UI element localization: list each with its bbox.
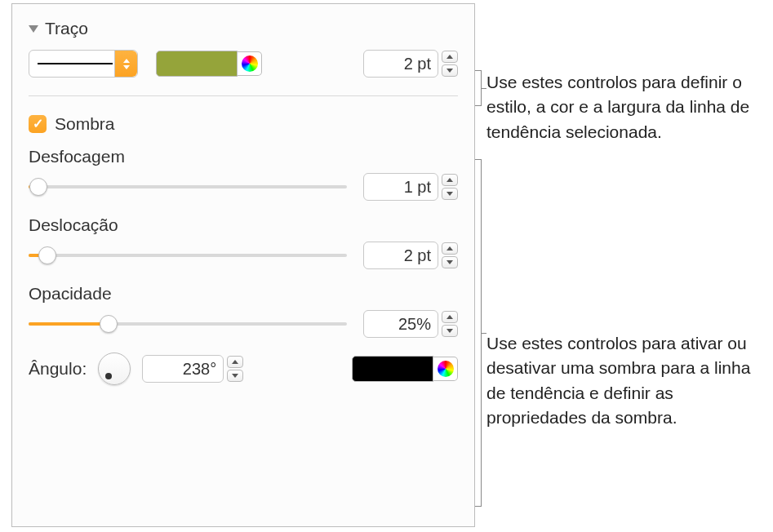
callout-stroke: Use estes controlos para definir o estil… <box>486 70 764 144</box>
blur-slider[interactable] <box>29 178 347 196</box>
angle-row: Ângulo: 238° <box>29 352 458 385</box>
callout-shadow: Use estes controlos para ativar ou desat… <box>486 331 764 431</box>
callout-bracket-icon <box>475 159 482 507</box>
inspector-panel: Traço 2 pt ✓ Sombra <box>11 3 475 527</box>
stroke-width-spinner <box>442 51 458 77</box>
disclosure-down-icon <box>29 25 38 33</box>
shadow-checkbox[interactable]: ✓ <box>29 115 47 133</box>
angle-indicator-icon <box>105 373 112 379</box>
stroke-title: Traço <box>45 19 88 38</box>
shadow-label: Sombra <box>55 114 115 134</box>
stroke-controls-row: 2 pt <box>29 50 458 78</box>
slider-thumb-icon[interactable] <box>38 246 56 264</box>
stroke-width-stepper: 2 pt <box>363 50 458 78</box>
opacity-stepper: 25% <box>363 310 458 338</box>
stroke-color-well[interactable] <box>156 51 238 77</box>
offset-down[interactable] <box>442 256 458 268</box>
stroke-width-down[interactable] <box>442 64 458 77</box>
angle-input[interactable]: 238° <box>142 355 224 383</box>
slider-thumb-icon[interactable] <box>100 315 118 333</box>
stroke-section-header[interactable]: Traço <box>29 19 458 38</box>
opacity-up[interactable] <box>442 311 458 323</box>
offset-input[interactable]: 2 pt <box>363 242 438 269</box>
opacity-block: Opacidade 25% <box>29 284 458 338</box>
opacity-down[interactable] <box>442 325 458 337</box>
blur-label: Desfocagem <box>29 147 458 166</box>
color-wheel-icon <box>242 55 258 72</box>
offset-up[interactable] <box>442 242 458 255</box>
opacity-label: Opacidade <box>29 284 458 304</box>
callout-bracket-icon <box>475 70 482 106</box>
stroke-color-picker[interactable] <box>156 51 262 77</box>
blur-stepper: 1 pt <box>363 173 458 201</box>
opacity-slider[interactable] <box>29 315 347 333</box>
angle-stepper: 238° <box>142 355 243 383</box>
dropdown-toggle-icon <box>114 51 137 77</box>
divider <box>29 95 458 96</box>
blur-input[interactable]: 1 pt <box>363 173 438 201</box>
blur-down[interactable] <box>442 188 458 200</box>
offset-slider[interactable] <box>29 246 347 264</box>
shadow-color-well[interactable] <box>352 356 433 382</box>
angle-down[interactable] <box>227 370 243 382</box>
stroke-color-wheel-button[interactable] <box>238 51 262 76</box>
shadow-color-wheel-button[interactable] <box>433 357 458 381</box>
offset-stepper: 2 pt <box>363 242 458 269</box>
checkmark-icon: ✓ <box>33 117 43 131</box>
blur-up[interactable] <box>442 174 458 186</box>
angle-up[interactable] <box>227 356 243 368</box>
blur-block: Desfocagem 1 pt <box>29 147 458 201</box>
stroke-width-input[interactable]: 2 pt <box>363 50 438 78</box>
opacity-input[interactable]: 25% <box>363 310 438 338</box>
shadow-checkbox-row: ✓ Sombra <box>29 114 458 134</box>
angle-dial[interactable] <box>98 352 131 385</box>
color-wheel-icon <box>438 361 454 377</box>
slider-thumb-icon[interactable] <box>29 178 47 196</box>
angle-label: Ângulo: <box>29 359 87 379</box>
stroke-line-preview-icon <box>38 63 113 64</box>
stroke-style-dropdown[interactable] <box>29 50 138 78</box>
shadow-color-picker[interactable] <box>352 356 458 382</box>
offset-label: Deslocação <box>29 215 458 235</box>
offset-block: Deslocação 2 pt <box>29 215 458 269</box>
stroke-width-up[interactable] <box>442 51 458 63</box>
